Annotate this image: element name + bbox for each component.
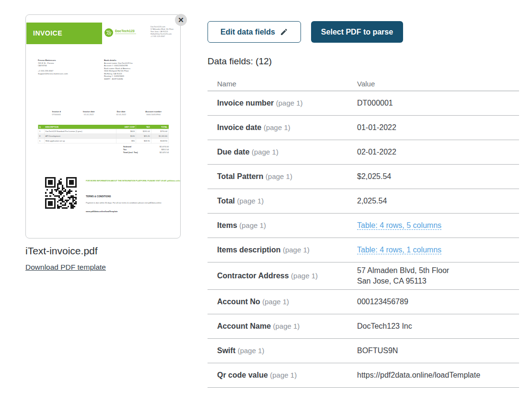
field-value-cell: DT000001 (357, 98, 519, 108)
field-name-cell: Account Name (page 1) (208, 322, 357, 331)
field-name: Total (217, 197, 235, 205)
field-name: Qr code value (217, 371, 268, 379)
table-header: Name Value (208, 77, 519, 91)
field-name-cell: Contractor Address (page 1) (208, 272, 357, 280)
close-icon: ✕ (178, 16, 184, 24)
field-page: (page 1) (276, 99, 303, 107)
invoice-items-table: QDESCRIPTIONUNIT COSTTAXTOTAL1DocTech123… (38, 125, 169, 154)
field-page: (page 1) (237, 197, 264, 205)
table-row: Due date (page 1)02-01-2022 (208, 140, 519, 165)
field-name-cell: Invoice number (page 1) (208, 99, 357, 107)
field-page: (page 1) (266, 172, 292, 180)
promo-text: FOR MORE INFORMATION ABOUT THE INTEGRATI… (86, 179, 180, 182)
field-page: (page 1) (239, 221, 266, 229)
field-name: Invoice date (217, 123, 261, 131)
invoice-totals: Subtotal$1,674.00Tax$351.54Total (incl. … (38, 145, 169, 154)
field-value-cell: 01-01-2022 (357, 122, 519, 133)
field-value-cell: Table: 4 rows, 5 columns (357, 220, 519, 231)
items-header-row: QDESCRIPTIONUNIT COSTTAXTOTAL (38, 125, 169, 129)
field-value-cell: BOFTUS9N (357, 345, 519, 356)
bill-to-block: Fresno Mattresses745 E St - FresnoCA 937… (38, 59, 91, 75)
field-value-cell: DocTech123 Inc (357, 321, 519, 332)
field-value-cell: 57 Almaden Blvd, 5th FloorSan Jose, CA 9… (357, 265, 519, 286)
field-page: (page 1) (283, 246, 310, 254)
pdf-preview-card[interactable]: INVOICE DocTech123 DocTech123.com57 Alma… (25, 14, 181, 238)
data-fields-heading: Data fields: (12) (208, 56, 272, 67)
field-page: (page 1) (270, 371, 297, 379)
bank-details-block: Bank details:Account name: DocTech123 In… (104, 59, 166, 80)
table-row: Qr code value (page 1)https://pdf2data.o… (208, 363, 519, 388)
field-page: (page 1) (291, 272, 318, 280)
field-value-cell: 000123456789 (357, 297, 519, 307)
field-value: https://pdf2data.online/loadTemplate (357, 371, 480, 379)
table-row: Account Name (page 1)DocTech123 Inc (208, 314, 519, 339)
field-name: Contractor Address (217, 272, 289, 280)
data-fields-table: Name Value Invoice number (page 1)DT0000… (208, 77, 519, 388)
field-value: DocTech123 Inc (357, 322, 412, 330)
field-name-cell: Items description (page 1) (208, 246, 357, 254)
table-body: Invoice number (page 1)DT000001Invoice d… (208, 91, 519, 388)
table-row: Total (page 1)2,025.54 (208, 189, 519, 214)
field-page: (page 1) (262, 298, 289, 306)
field-value-cell: https://pdf2data.online/loadTemplate (357, 370, 519, 381)
field-value: DT000001 (357, 99, 393, 107)
field-value-cell: 02-01-2022 (357, 147, 519, 157)
field-page: (page 1) (238, 346, 265, 355)
edit-data-fields-label: Edit data fields (220, 28, 275, 36)
table-preview-link[interactable]: Table: 4 rows, 5 columns (357, 221, 441, 229)
column-header-value: Value (357, 80, 519, 88)
invoice-meta-row: Invoice #DT000001Invoice date01-01-2022D… (40, 110, 170, 116)
field-name-cell: Total (page 1) (208, 197, 357, 205)
pdf2data-template-page: INVOICE DocTech123 DocTech123.com57 Alma… (0, 0, 532, 405)
doctech-logo-icon (104, 28, 114, 37)
table-row: Items (page 1)Table: 4 rows, 5 columns (208, 214, 519, 238)
field-name: Swift (217, 346, 235, 355)
invoice-preview: INVOICE DocTech123 DocTech123.com57 Alma… (26, 15, 180, 238)
terms-body: Payment is due within 30 days. For all o… (86, 202, 180, 204)
field-value: 01-01-2022 (357, 123, 396, 131)
field-name-cell: Items (page 1) (208, 221, 357, 230)
qr-code (45, 177, 77, 209)
terms-title: TERMS & CONDITIONS (86, 195, 180, 198)
table-row: Items description (page 1)Table: 4 rows,… (208, 238, 519, 262)
column-header-name: Name (208, 80, 357, 88)
field-page: (page 1) (252, 148, 278, 156)
toolbar: Edit data fields Select PDF to parse (208, 21, 403, 43)
pencil-icon (280, 28, 288, 36)
terms-link: www.pdf2data.online/loadTemplate (86, 210, 180, 213)
field-name: Items (217, 221, 237, 229)
field-value: 000123456789 (357, 298, 408, 306)
field-name: Account No (217, 298, 260, 306)
table-row: Invoice number (page 1)DT000001 (208, 91, 519, 116)
invoice-title: INVOICE (33, 29, 62, 37)
field-name-cell: Swift (page 1) (208, 346, 357, 355)
company-name: DocTech123 (115, 29, 136, 35)
field-name-cell: Due date (page 1) (208, 148, 357, 156)
select-pdf-button[interactable]: Select PDF to parse (311, 21, 403, 43)
field-value-cell: 2,025.54 (357, 196, 519, 206)
field-name-cell: Invoice date (page 1) (208, 123, 357, 132)
field-page: (page 1) (273, 322, 300, 330)
download-template-link[interactable]: Download PDF template (25, 263, 106, 272)
table-row: Invoice date (page 1)01-01-2022 (208, 116, 519, 140)
table-preview-link[interactable]: Table: 4 rows, 1 columns (357, 246, 441, 254)
field-value-line: 57 Almaden Blvd, 5th Floor (357, 265, 514, 276)
terms-block: FOR MORE INFORMATION ABOUT THE INTEGRATI… (86, 179, 180, 214)
field-name-cell: Total Pattern (page 1) (208, 172, 357, 181)
field-name: Total Pattern (217, 172, 264, 180)
edit-data-fields-button[interactable]: Edit data fields (208, 21, 301, 43)
pdf-filename: iText-invoice.pdf (25, 245, 98, 257)
field-name: Due date (217, 148, 250, 156)
field-name-cell: Qr code value (page 1) (208, 371, 357, 380)
items-body: 1DocTech123 Standard Pro License (1 year… (38, 129, 169, 143)
invoice-title-banner: INVOICE (26, 23, 102, 44)
field-value: 2,025.54 (357, 197, 387, 205)
close-preview-button[interactable]: ✕ (175, 14, 187, 26)
table-row: Contractor Address (page 1)57 Almaden Bl… (208, 262, 519, 290)
table-row: Swift (page 1)BOFTUS9N (208, 339, 519, 363)
field-value: $2,025.54 (357, 172, 391, 180)
field-value-cell: $2,025.54 (357, 171, 519, 182)
field-page: (page 1) (264, 123, 290, 131)
field-value-cell: Table: 4 rows, 1 columns (357, 245, 519, 255)
table-row: Total Pattern (page 1)$2,025.54 (208, 165, 519, 189)
